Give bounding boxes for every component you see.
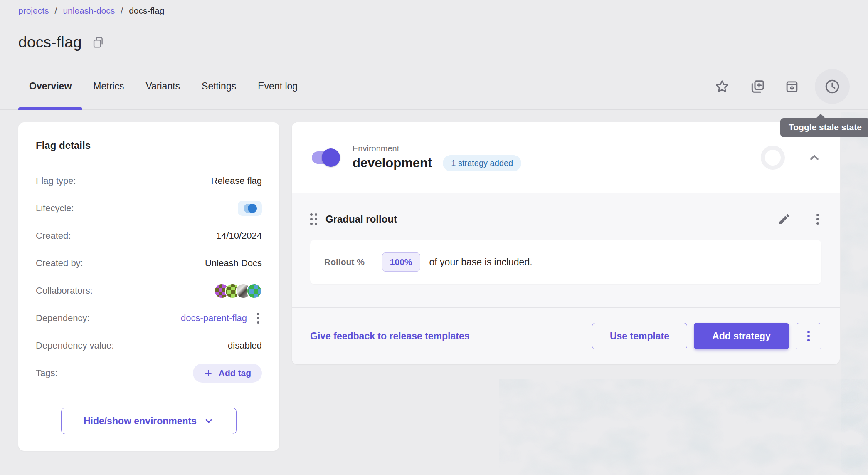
kebab-icon (807, 331, 810, 333)
metrics-ring (761, 146, 785, 170)
flag-details-title: Flag details (36, 140, 262, 151)
add-strategy-button[interactable]: Add strategy (694, 323, 789, 349)
hide-show-environments-label: Hide/show environments (84, 416, 197, 427)
chevron-up-icon (807, 151, 821, 165)
detail-row-dependency: Dependency: docs-parent-flag (36, 308, 262, 329)
environment-toggle[interactable] (312, 151, 338, 164)
environment-name: development (353, 156, 432, 171)
created-label: Created: (36, 230, 71, 241)
copy-feature-button[interactable] (745, 74, 769, 99)
tab-metrics[interactable]: Metrics (82, 63, 135, 109)
detail-row-tags: Tags: Add tag (36, 363, 262, 383)
kebab-icon (816, 218, 819, 220)
release-templates-feedback-link[interactable]: Give feedback to release templates (310, 331, 470, 342)
breadcrumb-project-name[interactable]: unleash-docs (63, 6, 115, 16)
copy-feature-icon (749, 78, 765, 95)
breadcrumb-separator: / (121, 6, 123, 16)
dependency-value-value: disabled (228, 340, 262, 351)
kebab-icon (807, 339, 810, 341)
environment-footer: Give feedback to release templates Use t… (292, 307, 840, 364)
tags-label: Tags: (36, 368, 58, 379)
drag-handle[interactable] (310, 213, 317, 225)
clock-icon (824, 78, 841, 95)
more-actions-button[interactable] (796, 323, 821, 349)
add-tag-button[interactable]: Add tag (193, 364, 262, 383)
hide-show-environments-button[interactable]: Hide/show environments (61, 408, 237, 434)
rollout-percentage-label: Rollout % (324, 257, 365, 267)
drag-dot (310, 223, 313, 225)
rollout-card: Rollout % 100% of your base is included. (310, 240, 821, 284)
detail-row-created: Created: 14/10/2024 (36, 225, 262, 246)
edit-strategy-button[interactable] (776, 211, 792, 228)
flag-details-card: Flag details Flag type: Release flag Lif… (18, 122, 279, 451)
toggle-stale-button[interactable] (815, 69, 850, 104)
pencil-icon (777, 213, 791, 226)
detail-row-dependency-value: Dependency value: disabled (36, 335, 262, 356)
drag-dot (315, 223, 317, 225)
environment-header: Environment development 1 strategy added (292, 122, 840, 193)
created-by-label: Created by: (36, 258, 83, 269)
copy-flag-name-button[interactable] (91, 35, 105, 49)
drag-dot (315, 218, 317, 220)
kebab-icon (807, 335, 810, 337)
toggle-knob (322, 148, 340, 167)
kebab-icon (816, 214, 819, 216)
detail-row-created-by: Created by: Unleash Docs (36, 253, 262, 274)
detail-row-collaborators: Collaborators: (36, 280, 262, 301)
breadcrumb: projects / unleash-docs / docs-flag (18, 6, 850, 16)
lifecycle-stage-badge[interactable] (238, 201, 262, 216)
header-actions (710, 69, 850, 104)
kebab-icon (257, 313, 259, 315)
archive-button[interactable] (780, 74, 804, 99)
chevron-down-icon (203, 416, 214, 426)
rollout-description: of your base is included. (429, 257, 533, 268)
plus-icon (204, 369, 213, 378)
flag-overview-page: projects / unleash-docs / docs-flag docs… (0, 0, 868, 475)
tooltip-text: Toggle stale state (789, 122, 862, 132)
favorite-button[interactable] (710, 74, 734, 99)
rollout-value-chip: 100% (382, 252, 420, 272)
strategy-section: Gradual rollout (292, 193, 840, 284)
environment-meta: Environment development 1 strategy added (353, 144, 521, 171)
detail-row-flag-type: Flag type: Release flag (36, 171, 262, 191)
kebab-icon (257, 317, 259, 319)
title-row: docs-flag (18, 32, 850, 52)
dependency-link[interactable]: docs-parent-flag (181, 313, 247, 324)
main-content: Flag details Flag type: Release flag Lif… (18, 122, 850, 451)
breadcrumb-projects[interactable]: projects (18, 6, 49, 16)
detail-row-lifecycle: Lifecycle: (36, 198, 262, 219)
archive-icon (784, 79, 800, 94)
collaborator-avatars (214, 283, 262, 299)
copy-icon (91, 35, 105, 49)
collapse-environment-button[interactable] (805, 148, 824, 167)
strategy-count-badge: 1 strategy added (443, 155, 521, 171)
flag-type-value: Release flag (211, 176, 262, 186)
created-by-value: Unleash Docs (205, 258, 262, 269)
dependency-label: Dependency: (36, 313, 90, 324)
breadcrumb-current-flag: docs-flag (129, 6, 164, 16)
collaborators-label: Collaborators: (36, 285, 93, 296)
page-title: docs-flag (18, 34, 82, 51)
tab-event-log[interactable]: Event log (247, 63, 308, 109)
tab-variants[interactable]: Variants (135, 63, 191, 109)
strategy-title: Gradual rollout (326, 213, 397, 225)
environment-card: Environment development 1 strategy added (292, 122, 840, 364)
avatar[interactable] (247, 283, 262, 299)
use-template-button[interactable]: Use template (592, 323, 687, 349)
dependency-menu-button[interactable] (254, 310, 262, 326)
lifecycle-label: Lifecycle: (36, 203, 74, 214)
drag-dot (315, 213, 317, 216)
footer-buttons: Use template Add strategy (592, 323, 821, 349)
breadcrumb-separator: / (55, 6, 57, 16)
flag-type-label: Flag type: (36, 176, 76, 186)
tab-overview[interactable]: Overview (18, 63, 82, 109)
add-tag-label: Add tag (219, 368, 251, 378)
tab-settings[interactable]: Settings (191, 63, 247, 109)
strategy-menu-button[interactable] (814, 211, 821, 227)
stale-tooltip: Toggle stale state (780, 118, 868, 137)
tab-bar: Overview Metrics Variants Settings Event… (0, 63, 868, 110)
kebab-icon (816, 222, 819, 225)
dependency-value-label: Dependency value: (36, 340, 114, 351)
star-icon (714, 79, 730, 94)
lifecycle-stage-icon (248, 204, 257, 213)
